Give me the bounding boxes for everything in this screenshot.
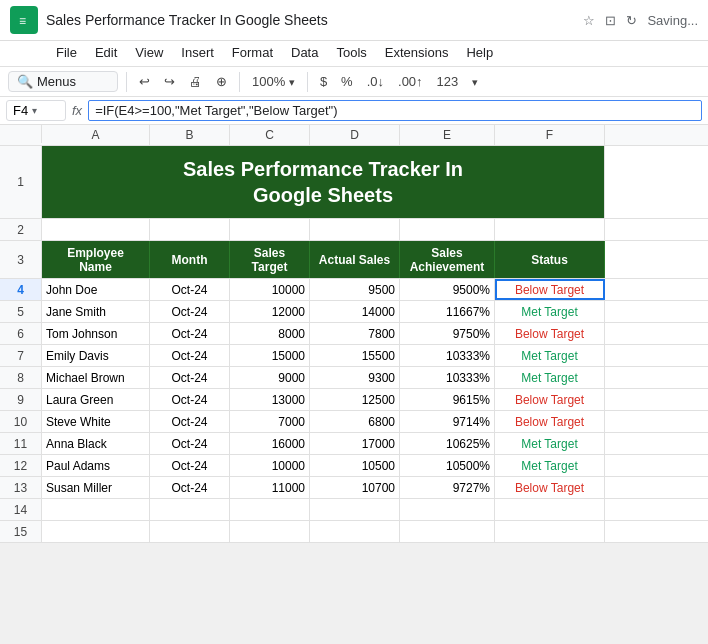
row-num-3[interactable]: 3 [0,241,42,278]
more-formats-button[interactable]: 123 [433,72,463,91]
header-achievement[interactable]: Sales Achievement [400,241,495,278]
cell-7-month[interactable]: Oct-24 [150,345,230,366]
cell-13-actual[interactable]: 10700 [310,477,400,498]
row-num-13[interactable]: 13 [0,477,42,498]
row-num-11[interactable]: 11 [0,433,42,454]
row-num-6[interactable]: 6 [0,323,42,344]
cell-8-month[interactable]: Oct-24 [150,367,230,388]
cell-7-target[interactable]: 15000 [230,345,310,366]
search-box[interactable]: 🔍 Menus [8,71,118,92]
row-num-10[interactable]: 10 [0,411,42,432]
cell-7-name[interactable]: Emily Davis [42,345,150,366]
cell-12-actual[interactable]: 10500 [310,455,400,476]
cell-15-d[interactable] [310,521,400,542]
col-header-a[interactable]: A [42,125,150,145]
cell-6-actual[interactable]: 7800 [310,323,400,344]
title-cell[interactable]: Sales Performance Tracker In Google Shee… [42,146,605,218]
header-actual[interactable]: Actual Sales [310,241,400,278]
cell-12-target[interactable]: 10000 [230,455,310,476]
cell-12-achievement[interactable]: 10500% [400,455,495,476]
cell-8-status[interactable]: Met Target [495,367,605,388]
col-header-c[interactable]: C [230,125,310,145]
redo-button[interactable]: ↪ [160,72,179,91]
cell-6-name[interactable]: Tom Johnson [42,323,150,344]
header-month[interactable]: Month [150,241,230,278]
cell-11-achievement[interactable]: 10625% [400,433,495,454]
menu-insert[interactable]: Insert [173,43,222,62]
cell-11-name[interactable]: Anna Black [42,433,150,454]
cell-14-b[interactable] [150,499,230,520]
cell-10-name[interactable]: Steve White [42,411,150,432]
cell-6-target[interactable]: 8000 [230,323,310,344]
row-num-9[interactable]: 9 [0,389,42,410]
cell-11-status[interactable]: Met Target [495,433,605,454]
header-target[interactable]: Sales Target [230,241,310,278]
cell-7-actual[interactable]: 15500 [310,345,400,366]
cell-13-target[interactable]: 11000 [230,477,310,498]
sync-icon[interactable]: ↻ [626,13,637,28]
paint-format-button[interactable]: ⊕ [212,72,231,91]
cell-6-month[interactable]: Oct-24 [150,323,230,344]
menu-data[interactable]: Data [283,43,326,62]
cell-15-a[interactable] [42,521,150,542]
currency-button[interactable]: $ [316,72,331,91]
menu-file[interactable]: File [48,43,85,62]
cell-14-f[interactable] [495,499,605,520]
print-button[interactable]: 🖨 [185,72,206,91]
cell-13-month[interactable]: Oct-24 [150,477,230,498]
cell-2b[interactable] [150,219,230,240]
cell-14-e[interactable] [400,499,495,520]
cell-2d[interactable] [310,219,400,240]
percent-button[interactable]: % [337,72,357,91]
row-num-15[interactable]: 15 [0,521,42,542]
cell-8-target[interactable]: 9000 [230,367,310,388]
col-header-d[interactable]: D [310,125,400,145]
decimal-less-button[interactable]: .0↓ [363,72,388,91]
cell-12-name[interactable]: Paul Adams [42,455,150,476]
row-num-5[interactable]: 5 [0,301,42,322]
row-num-7[interactable]: 7 [0,345,42,366]
cell-9-name[interactable]: Laura Green [42,389,150,410]
cell-9-actual[interactable]: 12500 [310,389,400,410]
cell-4-name[interactable]: John Doe [42,279,150,300]
cell-12-month[interactable]: Oct-24 [150,455,230,476]
cell-2c[interactable] [230,219,310,240]
cell-5-target[interactable]: 12000 [230,301,310,322]
cell-2f[interactable] [495,219,605,240]
cell-15-c[interactable] [230,521,310,542]
cell-7-achievement[interactable]: 10333% [400,345,495,366]
menu-format[interactable]: Format [224,43,281,62]
row-num-8[interactable]: 8 [0,367,42,388]
cell-10-achievement[interactable]: 9714% [400,411,495,432]
cell-11-target[interactable]: 16000 [230,433,310,454]
cell-10-target[interactable]: 7000 [230,411,310,432]
cell-14-c[interactable] [230,499,310,520]
menu-extensions[interactable]: Extensions [377,43,457,62]
cell-4-actual[interactable]: 9500 [310,279,400,300]
menu-help[interactable]: Help [458,43,501,62]
row-num-4[interactable]: 4 [0,279,42,300]
cell-2a[interactable] [42,219,150,240]
cell-11-month[interactable]: Oct-24 [150,433,230,454]
cell-14-a[interactable] [42,499,150,520]
cell-ref-chevron[interactable]: ▾ [32,105,37,116]
cell-15-f[interactable] [495,521,605,542]
cell-5-status[interactable]: Met Target [495,301,605,322]
undo-button[interactable]: ↩ [135,72,154,91]
cell-9-status[interactable]: Below Target [495,389,605,410]
cell-9-achievement[interactable]: 9615% [400,389,495,410]
cell-4-target[interactable]: 10000 [230,279,310,300]
row-num-1[interactable]: 1 [0,146,42,218]
cell-8-name[interactable]: Michael Brown [42,367,150,388]
col-header-e[interactable]: E [400,125,495,145]
zoom-level[interactable]: 100% [248,72,299,91]
star-icon[interactable]: ☆ [583,13,595,28]
cell-9-month[interactable]: Oct-24 [150,389,230,410]
header-status[interactable]: Status [495,241,605,278]
cell-8-achievement[interactable]: 10333% [400,367,495,388]
folder-icon[interactable]: ⊡ [605,13,616,28]
row-num-14[interactable]: 14 [0,499,42,520]
cell-13-achievement[interactable]: 9727% [400,477,495,498]
cell-10-actual[interactable]: 6800 [310,411,400,432]
cell-14-d[interactable] [310,499,400,520]
